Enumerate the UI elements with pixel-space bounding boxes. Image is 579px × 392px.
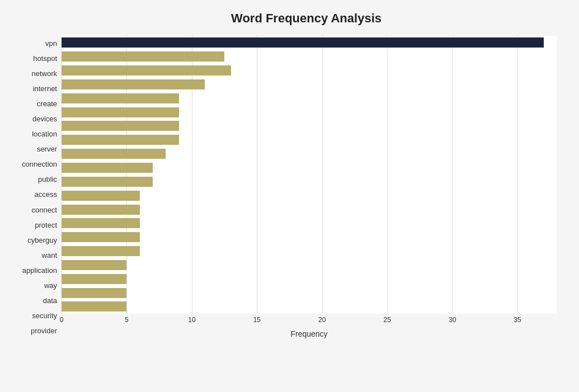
- bar-row: [62, 287, 557, 299]
- bars-inner: [62, 36, 557, 314]
- y-label: location: [11, 129, 57, 140]
- bar-row: [62, 120, 557, 131]
- bar-row: [62, 51, 557, 62]
- y-label: want: [11, 249, 57, 261]
- y-label: devices: [11, 114, 57, 125]
- chart-title: Word Frequency Analysis: [11, 11, 557, 26]
- x-tick: 15: [253, 316, 261, 324]
- y-label: internet: [11, 83, 57, 95]
- grid-line: [126, 36, 127, 314]
- x-tick: 20: [318, 316, 326, 324]
- y-label: connect: [11, 204, 57, 215]
- x-axis: 05101520253035 Frequency: [62, 316, 557, 338]
- y-axis: vpnhotspotnetworkinternetcreatedeviceslo…: [11, 36, 62, 338]
- bar-public: [62, 163, 153, 173]
- bar-row: [62, 232, 557, 243]
- grid-line: [517, 36, 518, 314]
- bar-security: [62, 288, 126, 298]
- bar-row: [62, 79, 557, 90]
- y-label: data: [11, 295, 57, 306]
- x-tick: 25: [384, 316, 391, 324]
- y-label: public: [11, 174, 57, 185]
- y-label: vpn: [11, 38, 57, 49]
- bar-row: [62, 107, 557, 118]
- bar-hotspot: [62, 51, 224, 62]
- bar-access: [62, 177, 153, 187]
- bar-row: [62, 65, 557, 76]
- bar-server: [62, 135, 179, 145]
- x-tick: 0: [60, 316, 64, 324]
- bar-cyberguy: [62, 218, 140, 228]
- bar-row: [62, 204, 557, 215]
- bar-connect: [62, 191, 140, 201]
- x-tick: 35: [514, 316, 521, 324]
- x-axis-label: Frequency: [62, 329, 557, 338]
- x-tick: 5: [125, 316, 129, 324]
- grid-line: [453, 36, 453, 314]
- y-label: hotspot: [11, 53, 57, 64]
- bar-want: [62, 232, 140, 242]
- bar-row: [62, 259, 557, 271]
- chart-area: vpnhotspotnetworkinternetcreatedeviceslo…: [11, 36, 557, 338]
- chart-container: Word Frequency Analysis vpnhotspotnetwor…: [0, 0, 579, 392]
- bar-row: [62, 273, 557, 285]
- grid-line: [192, 36, 192, 314]
- bar-row: [62, 190, 557, 201]
- y-label: provider: [11, 325, 57, 336]
- y-label: create: [11, 98, 57, 110]
- bar-network: [62, 65, 231, 75]
- y-label: cyberguy: [11, 234, 57, 245]
- grid-line: [387, 36, 388, 314]
- y-label: network: [11, 68, 57, 79]
- bar-application: [62, 246, 140, 256]
- bars-wrapper: 05101520253035 Frequency: [62, 36, 557, 338]
- y-label: connection: [11, 159, 57, 170]
- bar-connection: [62, 149, 166, 159]
- bar-way: [62, 260, 126, 270]
- bar-create: [62, 93, 179, 103]
- bar-row: [62, 301, 557, 312]
- y-label: access: [11, 189, 57, 200]
- bar-protect: [62, 205, 140, 215]
- bar-vpn: [62, 37, 544, 48]
- bar-row: [62, 93, 557, 104]
- bar-row: [62, 176, 557, 187]
- y-label: application: [11, 265, 57, 276]
- bar-row: [62, 162, 557, 173]
- y-label: way: [11, 280, 57, 291]
- bar-row: [62, 148, 557, 159]
- y-label: protect: [11, 219, 57, 230]
- grid-line: [322, 36, 323, 314]
- bar-row: [62, 245, 557, 257]
- bar-internet: [62, 79, 205, 89]
- bar-row: [62, 37, 557, 48]
- y-label: server: [11, 144, 57, 155]
- x-tick: 10: [188, 316, 195, 324]
- grid-line: [62, 36, 62, 314]
- bar-provider: [62, 301, 126, 311]
- bar-row: [62, 218, 557, 229]
- grid-line: [257, 36, 257, 314]
- bar-data: [62, 274, 126, 284]
- y-label: security: [11, 310, 57, 321]
- bar-devices: [62, 107, 179, 117]
- bar-row: [62, 134, 557, 145]
- bar-location: [62, 121, 179, 131]
- x-tick: 30: [449, 316, 456, 324]
